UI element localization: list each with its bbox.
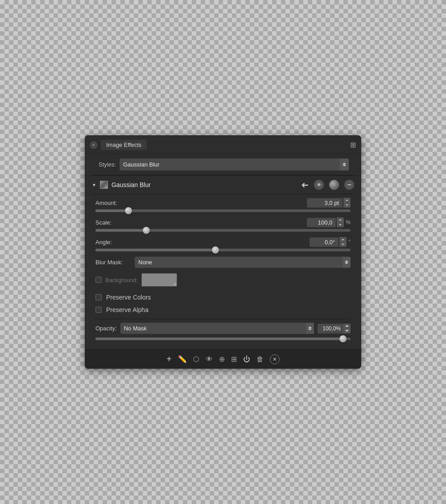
blur-mask-label: Blur Mask: bbox=[95, 259, 131, 266]
scale-label: Scale: bbox=[95, 219, 112, 226]
scale-slider-thumb[interactable] bbox=[143, 227, 150, 234]
add-effect-icon[interactable]: + bbox=[166, 354, 172, 364]
angle-slider-track[interactable] bbox=[95, 249, 351, 251]
opacity-row: Opacity: No Mask bbox=[95, 323, 351, 334]
blur-mask-row: Blur Mask: None bbox=[95, 257, 351, 268]
eye-icon[interactable]: 👁 bbox=[206, 355, 213, 363]
background-color-swatch[interactable] bbox=[141, 273, 177, 287]
opacity-value-input[interactable] bbox=[318, 324, 343, 333]
close-button[interactable]: ✕ bbox=[90, 142, 97, 149]
styles-select-wrapper: Gaussian Blur bbox=[120, 158, 349, 171]
panel-title: Image Effects bbox=[101, 140, 147, 150]
titlebar: ✕ Image Effects ⊞ bbox=[85, 135, 361, 154]
blur-mask-select[interactable]: None bbox=[135, 257, 351, 268]
angle-slider-fill bbox=[95, 249, 215, 251]
arrow-up-icon bbox=[339, 219, 342, 221]
angle-stepper-down[interactable] bbox=[339, 242, 347, 247]
mask-icon[interactable] bbox=[329, 180, 339, 190]
amount-stepper-up[interactable] bbox=[343, 198, 351, 203]
angle-unit: ° bbox=[348, 239, 351, 245]
edit-icon[interactable]: ✏️ bbox=[178, 355, 187, 363]
preserve-alpha-label: Preserve Alpha bbox=[106, 306, 149, 313]
scale-slider-fill bbox=[95, 229, 146, 232]
scale-control: Scale: % bbox=[95, 217, 351, 232]
arrow-up-icon bbox=[345, 325, 349, 327]
angle-control: Angle: ° bbox=[95, 237, 351, 251]
angle-input[interactable] bbox=[310, 237, 339, 247]
duplicate-icon[interactable]: ⊕ bbox=[219, 355, 225, 363]
angle-stepper-up[interactable] bbox=[339, 237, 347, 242]
preserve-alpha-checkbox[interactable] bbox=[95, 307, 102, 313]
opacity-value-group bbox=[318, 324, 351, 333]
angle-slider-thumb[interactable] bbox=[212, 246, 219, 254]
amount-header: Amount: bbox=[95, 198, 351, 208]
scale-input[interactable] bbox=[307, 218, 336, 227]
amount-stepper-down[interactable] bbox=[343, 203, 351, 208]
preserve-colors-label: Preserve Colors bbox=[106, 294, 151, 301]
opacity-value-steppers bbox=[343, 324, 351, 333]
image-effects-panel: ✕ Image Effects ⊞ Styles: Gaussian Blur … bbox=[85, 135, 361, 369]
background-row: Background: bbox=[95, 273, 351, 287]
transform-icon[interactable]: ⬡ bbox=[193, 355, 199, 363]
scale-stepper-down[interactable] bbox=[337, 222, 344, 227]
background-label: Background: bbox=[105, 277, 138, 283]
effect-action-icons: ➜ 👁 − bbox=[301, 179, 354, 190]
delete-icon[interactable]: 🗑 bbox=[256, 355, 264, 363]
opacity-slider-thumb[interactable] bbox=[339, 335, 347, 342]
preserve-colors-checkbox[interactable] bbox=[95, 294, 102, 300]
arrow-down-icon bbox=[345, 262, 348, 264]
collapse-arrow-icon[interactable]: ▼ bbox=[92, 183, 96, 187]
amount-value-group bbox=[307, 198, 351, 208]
effect-name: Gaussian Blur bbox=[112, 181, 297, 188]
arrow-up-icon bbox=[342, 239, 344, 240]
amount-slider-thumb[interactable] bbox=[125, 207, 132, 214]
scale-header: Scale: % bbox=[95, 217, 351, 227]
amount-label: Amount: bbox=[95, 200, 117, 206]
styles-select[interactable]: Gaussian Blur bbox=[120, 158, 349, 171]
arrow-down-icon bbox=[339, 224, 342, 225]
scale-slider-track[interactable] bbox=[95, 229, 351, 232]
opacity-stepper-up[interactable] bbox=[343, 324, 351, 329]
arrow-up-icon bbox=[308, 326, 312, 328]
grid-view-icon[interactable]: ⊞ bbox=[350, 141, 356, 149]
arrow-up-icon bbox=[345, 260, 348, 262]
blur-mask-arrows bbox=[343, 257, 351, 268]
titlebar-left: ✕ Image Effects bbox=[90, 140, 147, 150]
angle-value-group: ° bbox=[310, 237, 351, 247]
panel-title-text: Image Effects bbox=[106, 142, 141, 148]
preserve-alpha-row: Preserve Alpha bbox=[95, 306, 351, 313]
angle-header: Angle: ° bbox=[95, 237, 351, 247]
arrow-up-icon bbox=[346, 200, 348, 201]
effect-header: ▼ Gaussian Blur ➜ 👁 − bbox=[85, 175, 361, 194]
visibility-icon[interactable]: 👁 bbox=[314, 180, 324, 190]
opacity-stepper-down[interactable] bbox=[343, 329, 351, 333]
angle-steppers bbox=[339, 237, 347, 247]
scale-value-group: % bbox=[307, 217, 351, 227]
opacity-label: Opacity: bbox=[95, 325, 117, 332]
bottom-toolbar: + ✏️ ⬡ 👁 ⊕ ⊞ ⏻ 🗑 ✕ bbox=[85, 349, 361, 369]
amount-steppers bbox=[343, 198, 351, 208]
opacity-slider-fill bbox=[95, 337, 343, 340]
close-toolbar-icon[interactable]: ✕ bbox=[270, 354, 280, 364]
blur-mask-select-wrapper: None bbox=[135, 257, 351, 268]
remove-effect-icon[interactable]: − bbox=[344, 180, 354, 190]
amount-input[interactable] bbox=[307, 198, 343, 208]
amount-slider-track[interactable] bbox=[95, 209, 351, 212]
group-icon[interactable]: ⊞ bbox=[231, 355, 237, 363]
arrow-down-icon bbox=[346, 204, 348, 206]
scale-stepper-up[interactable] bbox=[337, 217, 344, 222]
opacity-mask-select-wrapper: No Mask bbox=[120, 323, 314, 334]
preserve-colors-row: Preserve Colors bbox=[95, 294, 351, 301]
scale-steppers bbox=[337, 217, 344, 227]
amount-slider-fill bbox=[95, 209, 128, 212]
arrow-down-icon bbox=[342, 244, 344, 245]
arrow-down-icon bbox=[345, 330, 349, 332]
opacity-slider-track[interactable] bbox=[95, 337, 351, 340]
background-checkbox[interactable] bbox=[95, 277, 102, 283]
opacity-mask-select[interactable]: No Mask bbox=[120, 323, 314, 334]
divider3 bbox=[95, 319, 351, 319]
amount-control: Amount: bbox=[95, 198, 351, 212]
import-icon[interactable]: ➜ bbox=[301, 179, 309, 190]
power-icon[interactable]: ⏻ bbox=[243, 355, 250, 363]
scale-unit: % bbox=[346, 219, 351, 225]
